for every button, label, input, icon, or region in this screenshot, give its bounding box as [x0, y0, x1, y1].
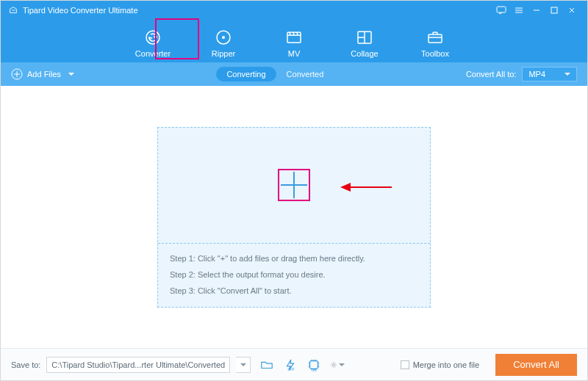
dropzone[interactable]: Step 1: Click "+" to add files or drag t… — [157, 127, 431, 308]
svg-text:ON: ON — [312, 368, 317, 371]
nav-label: Collage — [351, 49, 378, 58]
content-area: Step 1: Click "+" to add files or drag t… — [1, 86, 587, 348]
dropzone-steps: Step 1: Click "+" to add files or drag t… — [158, 244, 430, 307]
collage-icon — [356, 29, 373, 46]
svg-point-14 — [333, 363, 335, 366]
nav-tab-mv[interactable]: MV — [274, 29, 314, 58]
plus-icon — [279, 170, 309, 200]
checkbox-box-icon — [401, 360, 409, 369]
add-files-label: Add Files — [27, 70, 61, 79]
nav-tab-ripper[interactable]: Ripper — [204, 29, 243, 58]
add-files-button[interactable]: Add Files — [11, 68, 74, 80]
tab-converted[interactable]: Converted — [287, 70, 324, 79]
annotation-arrow-icon — [340, 181, 392, 194]
nav-label: Converter — [135, 49, 171, 58]
step-text: Step 2: Select the output format you des… — [170, 270, 418, 279]
minimize-icon[interactable] — [528, 2, 545, 18]
toolbar: Add Files Converting Converted Convert A… — [1, 62, 587, 86]
add-files-plus-button[interactable] — [278, 169, 310, 201]
chevron-down-icon — [68, 73, 74, 76]
output-format-select[interactable]: MP4 — [522, 67, 577, 81]
nav-label: MV — [288, 49, 301, 58]
convert-all-button[interactable]: Convert All — [495, 354, 577, 376]
menu-icon[interactable] — [511, 2, 527, 18]
save-path-field[interactable]: C:\Tipard Studio\Tipard...rter Ultimate\… — [46, 357, 230, 373]
mv-icon — [285, 29, 303, 46]
chevron-down-icon — [564, 73, 570, 76]
open-folder-button[interactable] — [259, 358, 274, 372]
svg-rect-7 — [429, 35, 442, 43]
merge-checkbox[interactable]: Merge into one file — [401, 360, 480, 369]
nav-label: Ripper — [212, 49, 235, 58]
svg-point-2 — [146, 31, 159, 44]
nav-label: Toolbox — [421, 49, 449, 58]
chevron-down-icon — [240, 363, 246, 366]
svg-marker-10 — [340, 183, 351, 192]
gpu-accel-button[interactable]: ON — [306, 358, 321, 372]
feedback-icon[interactable] — [493, 2, 509, 18]
nav-tab-toolbox[interactable]: Toolbox — [415, 29, 455, 58]
converter-icon — [144, 29, 162, 46]
speed-boost-button[interactable]: OFF — [283, 358, 298, 372]
app-title: Tipard Video Converter Ultimate — [23, 6, 138, 15]
merge-label: Merge into one file — [413, 360, 480, 369]
task-settings-button[interactable] — [330, 358, 345, 372]
dropzone-top[interactable] — [158, 128, 430, 244]
app-window: Tipard Video Converter Ultimate Converte… — [0, 0, 588, 381]
titlebar: Tipard Video Converter Ultimate — [1, 1, 587, 20]
nav-tab-collage[interactable]: Collage — [345, 29, 384, 58]
format-selected-value: MP4 — [528, 70, 545, 79]
save-path-dropdown[interactable] — [236, 357, 251, 373]
convert-all-to-label: Convert All to: — [466, 70, 516, 79]
close-icon[interactable] — [564, 2, 580, 18]
save-path-value: C:\Tipard Studio\Tipard...rter Ultimate\… — [51, 360, 225, 369]
toolbox-icon — [426, 29, 444, 46]
step-text: Step 3: Click "Convert All" to start. — [170, 286, 418, 295]
maximize-icon[interactable] — [546, 2, 562, 18]
svg-text:OFF: OFF — [288, 368, 295, 371]
plus-circle-icon — [11, 68, 23, 80]
svg-rect-0 — [497, 7, 506, 12]
step-text: Step 1: Click "+" to add files or drag t… — [170, 254, 418, 263]
bottombar: Save to: C:\Tipard Studio\Tipard...rter … — [1, 348, 587, 380]
app-logo-icon — [8, 5, 18, 15]
svg-point-4 — [222, 36, 225, 39]
chevron-down-icon — [339, 363, 345, 366]
save-to-label: Save to: — [11, 360, 40, 369]
tab-converting[interactable]: Converting — [216, 67, 276, 81]
svg-rect-1 — [551, 7, 557, 13]
main-nav: Converter Ripper MV Collage Toolbox — [1, 20, 587, 62]
nav-tab-converter[interactable]: Converter — [133, 29, 173, 58]
ripper-icon — [215, 29, 232, 46]
